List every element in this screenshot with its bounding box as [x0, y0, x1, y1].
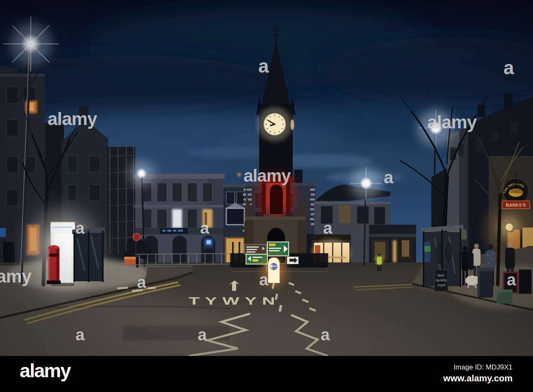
- watermark: alamy: [244, 167, 291, 185]
- watermark: alamy: [427, 113, 476, 131]
- watermark: a: [198, 326, 206, 343]
- watermark: a: [200, 220, 209, 236]
- watermark: a: [75, 326, 84, 343]
- watermark: a: [323, 220, 332, 236]
- night-street-photograph: THE RED LION BANKS'S: [0, 0, 533, 356]
- watermark: a: [258, 57, 269, 75]
- watermark: a: [321, 326, 329, 343]
- watermark: a: [384, 169, 393, 186]
- watermark: a: [503, 58, 514, 77]
- stock-photo-page: THE RED LION BANKS'S: [0, 0, 533, 392]
- watermark: a: [259, 271, 268, 288]
- alamy-footer-bar: alamy Image ID: MDJ9X1 www.alamy.com: [0, 356, 533, 392]
- watermark: a: [507, 271, 515, 288]
- watermark: alamy: [0, 267, 31, 285]
- image-id-label: Image ID: MDJ9X1: [443, 363, 512, 371]
- watermark: a: [137, 274, 146, 290]
- alamy-logo: alamy: [20, 361, 70, 380]
- watermark: alamy: [48, 110, 97, 128]
- watermark: a: [75, 220, 84, 236]
- alamy-url: www.alamy.com: [443, 373, 512, 384]
